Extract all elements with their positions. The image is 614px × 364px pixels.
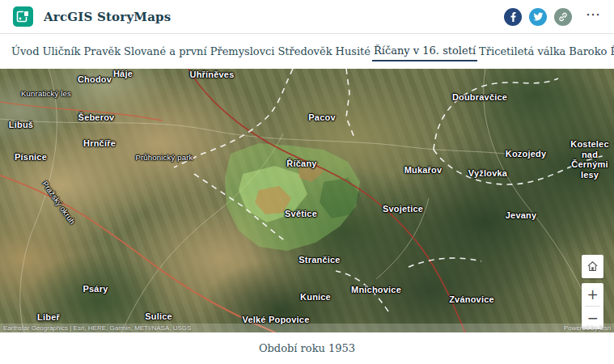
story-nav: ÚvodUličníkPravěkSlované a první Přemysl… xyxy=(0,34,614,69)
powered-by-esri: Powered by Esri xyxy=(564,324,611,332)
app-title: ArcGIS StoryMaps xyxy=(44,10,171,24)
map-home-button[interactable] xyxy=(582,255,603,278)
tab-slovane[interactable]: Slované a první Přemyslovci xyxy=(122,42,276,61)
zoom-in-button[interactable]: + xyxy=(582,283,603,306)
tab-ricany-19[interactable]: Říčany v 19. století xyxy=(608,42,614,61)
header: ArcGIS StoryMaps ⋯ xyxy=(0,0,614,34)
tab-ulicnik[interactable]: Uličník xyxy=(40,42,82,61)
map-overlay-graphics xyxy=(0,69,614,332)
storymaps-logo-icon xyxy=(13,6,33,27)
tab-husite[interactable]: Husité xyxy=(334,42,372,61)
home-icon xyxy=(586,260,599,273)
tab-ricany-16[interactable]: Říčany v 16. století xyxy=(372,41,477,61)
tab-pravek[interactable]: Pravěk xyxy=(82,42,122,61)
link-share-button[interactable] xyxy=(554,8,572,26)
tab-tricetileta-valka[interactable]: Třicetiletá válka xyxy=(477,42,567,61)
map-attribution: Earthstar Geographics | Esri, HERE, Garm… xyxy=(3,324,191,332)
zoom-control: + − xyxy=(582,283,603,329)
brand: ArcGIS StoryMaps xyxy=(13,6,171,27)
facebook-share-button[interactable] xyxy=(504,8,522,26)
tab-stredovek[interactable]: Středověk xyxy=(276,42,333,61)
tab-uvod[interactable]: Úvod xyxy=(10,42,40,61)
map-caption: Období roku 1953 xyxy=(259,342,355,354)
tab-baroko[interactable]: Baroko xyxy=(567,42,608,61)
caption-area: Období roku 1953 xyxy=(0,332,614,363)
satellite-map[interactable]: ChodovHájeUhříněvesKunratický lesŠeberov… xyxy=(0,69,614,332)
header-actions: ⋯ xyxy=(504,8,601,26)
twitter-share-button[interactable] xyxy=(529,8,547,26)
more-options-button[interactable]: ⋯ xyxy=(586,11,601,23)
map-controls: + − xyxy=(582,255,603,329)
